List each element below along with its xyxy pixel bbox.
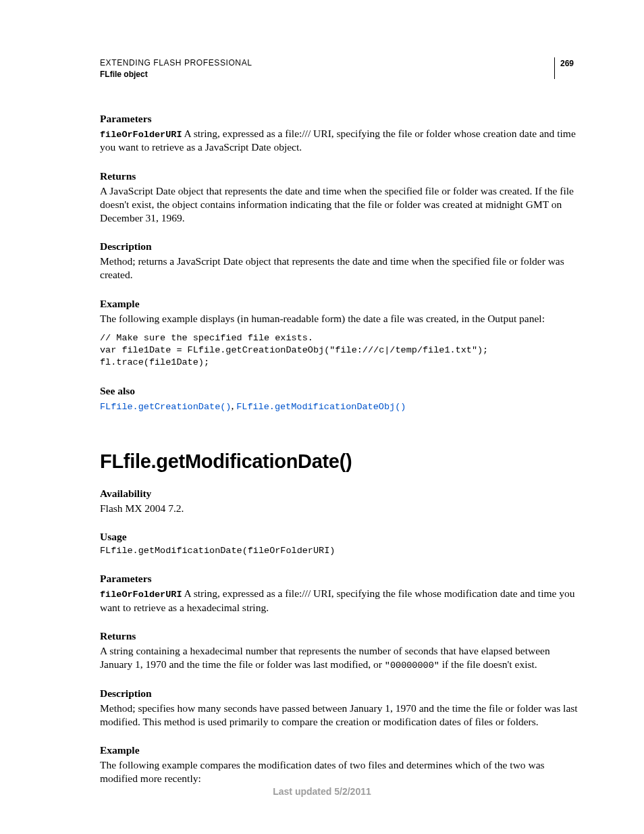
usage-code: FLfile.getModificationDate(fileOrFolderU… [100,545,579,557]
usage-heading: Usage [100,530,579,544]
example-text: The following example displays (in human… [100,312,579,325]
example2-heading: Example [100,744,579,757]
example-code: // Make sure the specified file exists. … [100,332,579,369]
page-number: 269 [554,57,579,79]
returns2-heading: Returns [100,629,579,643]
returns2-text-b: if the file doesn't exist. [439,658,537,670]
example-heading: Example [100,297,579,311]
returns-heading: Returns [100,170,579,183]
method-title: FLfile.getModificationDate() [100,449,579,475]
returns2-code: "00000000" [385,660,439,671]
body-content: Parameters fileOrFolderURI A string, exp… [100,112,579,786]
link-getmodificationdateobj[interactable]: FLfile.getModificationDateObj() [236,402,406,412]
parameters-text: fileOrFolderURI A string, expressed as a… [100,127,579,155]
param-name: fileOrFolderURI [100,130,182,140]
description2-heading: Description [100,687,579,700]
description-heading: Description [100,240,579,253]
example2-text: The following example compares the modif… [100,758,579,785]
parameters-heading: Parameters [100,112,579,126]
link-getcreationdate[interactable]: FLfile.getCreationDate() [100,402,231,412]
header-left: EXTENDING FLASH PROFESSIONAL FLfile obje… [100,57,554,81]
page-header: EXTENDING FLASH PROFESSIONAL FLfile obje… [100,57,579,81]
parameters2-text: fileOrFolderURI A string, expressed as a… [100,587,579,615]
header-subtitle: FLfile object [100,69,554,80]
seealso-links: FLfile.getCreationDate(), FLfile.getModi… [100,399,579,413]
parameters2-heading: Parameters [100,572,579,585]
footer-updated: Last updated 5/2/2011 [0,786,644,797]
seealso-heading: See also [100,384,579,398]
description2-text: Method; specifies how many seconds have … [100,702,579,729]
returns-text: A JavaScript Date object that represents… [100,184,579,225]
availability-text: Flash MX 2004 7.2. [100,502,579,515]
param2-name: fileOrFolderURI [100,590,182,600]
returns2-text: A string containing a hexadecimal number… [100,644,579,672]
availability-heading: Availability [100,487,579,500]
description-text: Method; returns a JavaScript Date object… [100,255,579,282]
header-title: EXTENDING FLASH PROFESSIONAL [100,57,554,69]
page: EXTENDING FLASH PROFESSIONAL FLfile obje… [0,0,644,834]
